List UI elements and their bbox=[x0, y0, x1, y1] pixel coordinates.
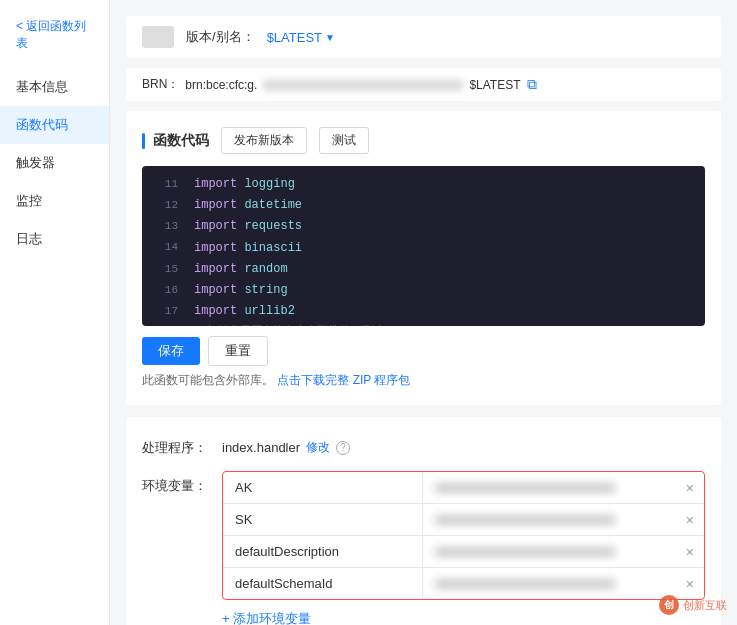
env-row-schema: defaultSchemaId × bbox=[223, 568, 704, 599]
form-section: 处理程序： index.handler 修改 ? 环境变量： AK × bbox=[126, 417, 721, 625]
env-val-blur-ak bbox=[435, 483, 615, 493]
code-section: 函数代码 发布新版本 测试 11 import logging 12 impor… bbox=[126, 111, 721, 405]
main-content: 版本/别名： $LATEST ▼ BRN： brn:bce:cfc:g. $LA… bbox=[110, 0, 737, 625]
handler-row: 处理程序： index.handler 修改 ? bbox=[142, 433, 705, 457]
handler-label: 处理程序： bbox=[142, 433, 222, 457]
env-val-ak bbox=[423, 475, 676, 501]
code-actions: 保存 重置 bbox=[142, 336, 705, 366]
env-content: AK × SK × bbox=[222, 471, 705, 625]
hint-text: 此函数可能包含外部库。 点击下载完整 ZIP 程序包 bbox=[142, 372, 705, 389]
watermark: 创 创新互联 bbox=[659, 595, 727, 615]
code-line-12: 12 import datetime bbox=[142, 195, 705, 216]
env-val-desc bbox=[423, 539, 676, 565]
test-tab[interactable]: 测试 bbox=[319, 127, 369, 154]
env-val-sk bbox=[423, 507, 676, 533]
chevron-down-icon: ▼ bbox=[325, 32, 335, 43]
code-editor[interactable]: 11 import logging 12 import datetime 13 … bbox=[142, 166, 705, 326]
watermark-text: 创新互联 bbox=[683, 598, 727, 613]
hint-static: 此函数可能包含外部库。 bbox=[142, 373, 274, 387]
env-table: AK × SK × bbox=[222, 471, 705, 600]
env-row-ak: AK × bbox=[223, 472, 704, 504]
help-icon[interactable]: ? bbox=[336, 441, 350, 455]
sidebar-item-trigger[interactable]: 触发器 bbox=[0, 144, 109, 182]
version-label: 版本/别名： bbox=[186, 28, 255, 46]
sidebar-item-basic[interactable]: 基本信息 bbox=[0, 68, 109, 106]
watermark-logo: 创 bbox=[659, 595, 679, 615]
sidebar-item-code[interactable]: 函数代码 bbox=[0, 106, 109, 144]
env-delete-schema[interactable]: × bbox=[676, 576, 704, 592]
handler-value: index.handler 修改 ? bbox=[222, 433, 705, 456]
handler-value-text: index.handler bbox=[222, 440, 300, 455]
version-select-dropdown[interactable]: $LATEST ▼ bbox=[267, 30, 335, 45]
code-section-header: 函数代码 发布新版本 测试 bbox=[142, 127, 705, 154]
version-avatar bbox=[142, 26, 174, 48]
env-val-blur-desc bbox=[435, 547, 615, 557]
code-line-17: 17 import urllib2 bbox=[142, 301, 705, 322]
brn-suffix: $LATEST bbox=[469, 78, 520, 92]
env-delete-sk[interactable]: × bbox=[676, 512, 704, 528]
env-delete-ak[interactable]: × bbox=[676, 480, 704, 496]
code-line-11: 11 import logging bbox=[142, 174, 705, 195]
code-line-15: 15 import random bbox=[142, 259, 705, 280]
handler-edit-link[interactable]: 修改 bbox=[306, 439, 330, 456]
section-title-bar: 函数代码 bbox=[142, 132, 209, 150]
version-value: $LATEST bbox=[267, 30, 322, 45]
env-key-sk: SK bbox=[223, 504, 423, 535]
env-delete-desc[interactable]: × bbox=[676, 544, 704, 560]
code-line-13: 13 import requests bbox=[142, 216, 705, 237]
brn-middle-blur bbox=[263, 79, 463, 91]
env-key-schema: defaultSchemaId bbox=[223, 568, 423, 599]
download-zip-link[interactable]: 点击下载完整 ZIP 程序包 bbox=[277, 373, 410, 387]
sidebar-item-monitor[interactable]: 监控 bbox=[0, 182, 109, 220]
add-env-button[interactable]: + 添加环境变量 bbox=[222, 610, 311, 625]
env-val-blur-schema bbox=[435, 579, 615, 589]
env-val-blur-sk bbox=[435, 515, 615, 525]
env-row: 环境变量： AK × SK bbox=[142, 471, 705, 625]
sidebar: < 返回函数列表 基本信息 函数代码 触发器 监控 日志 bbox=[0, 0, 110, 625]
env-row-sk: SK × bbox=[223, 504, 704, 536]
brn-bar: BRN： brn:bce:cfc:g. $LATEST ⧉ bbox=[126, 68, 721, 101]
reset-button[interactable]: 重置 bbox=[208, 336, 268, 366]
env-key-desc: defaultDescription bbox=[223, 536, 423, 567]
env-row-desc: defaultDescription × bbox=[223, 536, 704, 568]
brn-copy-icon[interactable]: ⧉ bbox=[527, 76, 537, 93]
code-section-title: 函数代码 bbox=[153, 132, 209, 150]
env-label: 环境变量： bbox=[142, 471, 222, 495]
env-key-ak: AK bbox=[223, 472, 423, 503]
brn-prefix: BRN： bbox=[142, 76, 179, 93]
save-button[interactable]: 保存 bbox=[142, 337, 200, 365]
sidebar-back-btn[interactable]: < 返回函数列表 bbox=[0, 10, 109, 60]
code-line-14: 14 import binascii bbox=[142, 238, 705, 259]
publish-version-tab[interactable]: 发布新版本 bbox=[221, 127, 307, 154]
brn-start: brn:bce:cfc:g. bbox=[185, 78, 257, 92]
code-line-16: 16 import string bbox=[142, 280, 705, 301]
section-indicator bbox=[142, 133, 145, 149]
sidebar-item-log[interactable]: 日志 bbox=[0, 220, 109, 258]
env-val-schema bbox=[423, 571, 676, 597]
version-bar: 版本/别名： $LATEST ▼ bbox=[126, 16, 721, 58]
code-line-18: 18 # 初始化是否有给名本身附带的ID列表 bbox=[142, 322, 705, 326]
